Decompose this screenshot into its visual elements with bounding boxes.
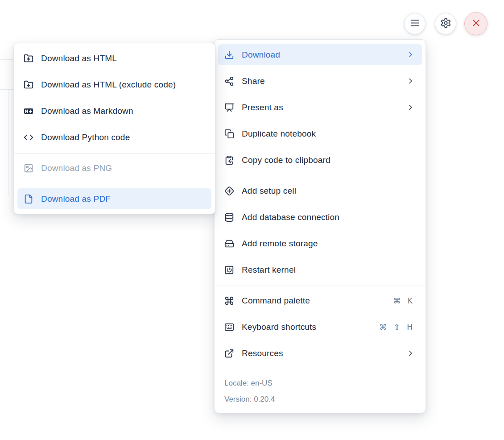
submenu-item-download-python-code[interactable]: Download Python code: [17, 127, 211, 148]
image-icon: [24, 163, 33, 173]
x-icon: [471, 17, 482, 30]
shutdown-button[interactable]: [464, 12, 487, 35]
shortcut-hint: ⌘ ⇧ H: [379, 323, 415, 332]
hard-drive-icon: [224, 239, 234, 249]
external-link-icon: [224, 349, 234, 358]
background-row-divider: [0, 59, 14, 60]
menu-item-keyboard-shortcuts[interactable]: Keyboard shortcuts⌘ ⇧ H: [218, 316, 422, 337]
submenu-item-download-as-markdown[interactable]: Download as Markdown: [17, 100, 211, 121]
locale-text: Locale: en-US: [224, 375, 416, 391]
diamond-plus-icon: [224, 186, 234, 196]
share-icon: [224, 76, 234, 86]
clipboard-copy-icon: [224, 155, 234, 165]
keyboard-icon: [224, 322, 234, 332]
menu-item-label: Download: [242, 50, 402, 60]
settings-button[interactable]: [435, 13, 456, 34]
hamburger-icon: [409, 17, 421, 30]
chevron-right-icon: [406, 77, 415, 85]
menu-item-share[interactable]: Share: [218, 71, 422, 91]
menu-divider: [215, 368, 426, 368]
copy-icon: [224, 129, 234, 139]
submenu-item-download-as-png: Download as PNG: [17, 158, 211, 178]
menu-footer: Locale: en-US Version: 0.20.4: [218, 372, 422, 408]
menu-divider: [215, 176, 426, 176]
menu-item-label: Copy code to clipboard: [242, 155, 415, 165]
shortcut-hint: ⌘ K: [393, 296, 415, 305]
submenu-item-download-as-html-exclude-code[interactable]: Download as HTML (exclude code): [17, 74, 211, 95]
menu-item-label: Share: [242, 76, 402, 86]
menu-item-label: Download as PNG: [41, 163, 204, 173]
menu-item-label: Add remote storage: [242, 239, 415, 249]
menu-divider: [215, 286, 426, 286]
markdown-badge-icon: [24, 106, 33, 116]
menu-divider: [14, 153, 215, 154]
notebook-menu: DownloadSharePresent asDuplicate noteboo…: [214, 39, 426, 413]
menu-item-restart-kernel[interactable]: Restart kernel: [218, 259, 422, 280]
chevron-right-icon: [406, 349, 415, 357]
chevron-right-icon: [406, 103, 415, 112]
menu-item-label: Add setup cell: [242, 186, 415, 196]
download-icon: [224, 50, 234, 60]
menu-item-label: Resources: [242, 349, 402, 358]
menu-item-duplicate-notebook[interactable]: Duplicate notebook: [218, 123, 422, 144]
database-icon: [224, 212, 234, 222]
menu-item-label: Download as Markdown: [41, 106, 204, 116]
folder-down-icon: [24, 54, 33, 63]
gear-icon: [440, 17, 451, 30]
menu-item-command-palette[interactable]: Command palette⌘ K: [218, 290, 422, 311]
menu-item-label: Duplicate notebook: [242, 129, 415, 139]
version-text: Version: 0.20.4: [224, 391, 416, 407]
menu-item-label: Download as HTML (exclude code): [41, 80, 204, 90]
presentation-icon: [224, 103, 234, 112]
code-icon: [24, 133, 33, 142]
square-power-icon: [224, 265, 234, 275]
folder-down-icon: [24, 80, 33, 90]
chevron-right-icon: [406, 50, 415, 59]
menu-item-label: Restart kernel: [242, 265, 415, 275]
menu-item-add-remote-storage[interactable]: Add remote storage: [218, 233, 422, 254]
background-panel-border: [8, 89, 8, 195]
menu-item-copy-code-to-clipboard[interactable]: Copy code to clipboard: [218, 149, 422, 170]
menu-item-label: Add database connection: [242, 212, 415, 222]
notebook-actions-button[interactable]: [404, 13, 426, 34]
menu-item-label: Present as: [242, 103, 402, 112]
submenu-item-download-as-html[interactable]: Download as HTML: [17, 48, 211, 69]
download-submenu: Download as HTMLDownload as HTML (exclud…: [13, 43, 215, 214]
command-icon: [224, 296, 234, 306]
menu-item-label: Download as PDF: [41, 194, 204, 204]
menu-item-label: Command palette: [242, 296, 393, 306]
menu-item-add-database-connection[interactable]: Add database connection: [218, 207, 422, 228]
submenu-item-download-as-pdf[interactable]: Download as PDF: [17, 188, 211, 209]
menu-item-add-setup-cell[interactable]: Add setup cell: [218, 180, 422, 201]
menu-item-label: Download as HTML: [41, 54, 204, 63]
menu-divider: [14, 184, 215, 184]
menu-item-present-as[interactable]: Present as: [218, 97, 422, 118]
menu-item-label: Keyboard shortcuts: [242, 322, 379, 332]
notebook-menu-items: DownloadSharePresent asDuplicate noteboo…: [218, 44, 422, 364]
download-submenu-items: Download as HTMLDownload as HTML (exclud…: [17, 48, 211, 209]
menu-item-label: Download Python code: [41, 133, 204, 142]
menu-item-resources[interactable]: Resources: [218, 343, 422, 364]
file-icon: [24, 194, 33, 204]
background-row-divider: [0, 89, 14, 90]
menu-item-download[interactable]: Download: [218, 44, 422, 65]
